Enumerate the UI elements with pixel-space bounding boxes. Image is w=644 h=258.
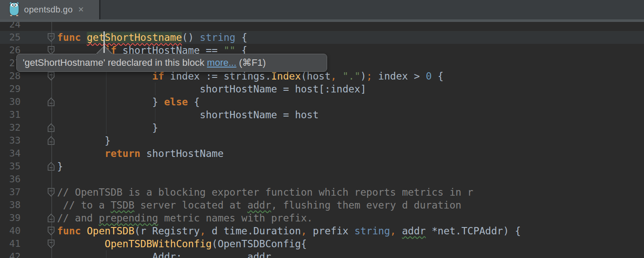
line-number: 29	[0, 83, 21, 95]
tab-divider	[99, 0, 100, 19]
tooltip-shortcut: (⌘F1)	[237, 57, 266, 68]
code-line[interactable]: 40func OpenTSDB(r Registry, d time.Durat…	[0, 224, 644, 237]
code-line[interactable]: 35}	[0, 160, 644, 173]
fold-marker-end[interactable]	[47, 136, 55, 145]
code-line[interactable]: 37// OpenTSDB is a blocking exporter fun…	[0, 186, 644, 199]
line-number: 25	[0, 31, 21, 44]
line-number: 30	[0, 95, 21, 108]
code-line[interactable]: 31 shortHostName = host	[0, 108, 644, 121]
code-text: Addr: addr	[57, 250, 271, 258]
code-text: // OpenTSDB is a blocking exporter funct…	[57, 186, 473, 199]
tab-close-icon[interactable]: ✕	[78, 5, 84, 14]
fold-marker-start[interactable]	[47, 226, 55, 236]
tab-bar-bottom-strip	[0, 19, 644, 22]
code-line[interactable]: 42 Addr: addr	[0, 250, 644, 258]
tooltip-more-link[interactable]: more...	[207, 57, 236, 68]
tab-title: opentsdb.go	[24, 5, 73, 15]
line-number: 32	[0, 121, 21, 134]
line-number: 31	[0, 108, 21, 121]
code-text: }	[57, 134, 111, 147]
code-line[interactable]: 38 // to a TSDB server located at addr, …	[0, 199, 644, 212]
line-number: 42	[0, 250, 21, 258]
code-line[interactable]: 33 }	[0, 134, 644, 147]
line-number: 37	[0, 186, 21, 199]
tooltip-message: 'getShortHostname' redeclared in this bl…	[23, 57, 207, 68]
code-text: return shortHostName	[57, 147, 224, 160]
code-line[interactable]: 32 }	[0, 121, 644, 134]
fold-marker-start[interactable]	[47, 33, 55, 42]
line-number: 35	[0, 160, 21, 173]
code-line[interactable]: 34 return shortHostName	[0, 147, 644, 160]
code-line[interactable]: 29 shortHostName = host[:index]	[0, 83, 644, 95]
code-line[interactable]: 36	[0, 173, 644, 186]
code-line[interactable]: 25func getShortHostname() string {	[0, 31, 644, 44]
line-number: 28	[0, 70, 21, 83]
line-number: 38	[0, 199, 21, 212]
code-text: func getShortHostname() string {	[57, 31, 247, 44]
line-number: 39	[0, 212, 21, 224]
code-text: // and prepending metric names with pref…	[57, 212, 313, 224]
line-number: 36	[0, 173, 21, 186]
go-gopher-icon	[9, 1, 20, 18]
fold-marker-start[interactable]	[47, 187, 55, 197]
code-text: // to a TSDB server located at addr, flu…	[57, 199, 462, 212]
error-tooltip: 'getShortHostname' redeclared in this bl…	[16, 54, 327, 72]
text-caret	[103, 31, 105, 53]
fold-marker-start[interactable]	[47, 71, 55, 81]
code-line[interactable]: 39// and prepending metric names with pr…	[0, 212, 644, 224]
editor-tab-bar: opentsdb.go ✕	[0, 0, 644, 19]
code-line[interactable]: 30 } else {	[0, 95, 644, 108]
code-text: shortHostName = host[:index]	[57, 83, 366, 95]
code-text: func OpenTSDB(r Registry, d time.Duratio…	[57, 224, 521, 237]
tab-opentsdb-go[interactable]: opentsdb.go ✕	[0, 0, 99, 19]
code-text: shortHostName = host	[57, 108, 319, 121]
fold-marker-end[interactable]	[47, 213, 55, 223]
line-number: 34	[0, 147, 21, 160]
fold-marker-start[interactable]	[47, 239, 55, 249]
code-text: }	[57, 160, 63, 173]
fold-marker-end[interactable]	[47, 97, 55, 107]
code-text: OpenTSDBWithConfig(OpenTSDBConfig{	[57, 237, 307, 250]
code-text: }	[57, 121, 158, 134]
line-number: 41	[0, 237, 21, 250]
code-text: } else {	[57, 95, 200, 108]
fold-marker-end[interactable]	[47, 123, 55, 132]
fold-marker-end[interactable]	[47, 162, 55, 171]
line-number: 40	[0, 224, 21, 237]
line-number: 33	[0, 134, 21, 147]
code-line[interactable]: 41 OpenTSDBWithConfig(OpenTSDBConfig{	[0, 237, 644, 250]
